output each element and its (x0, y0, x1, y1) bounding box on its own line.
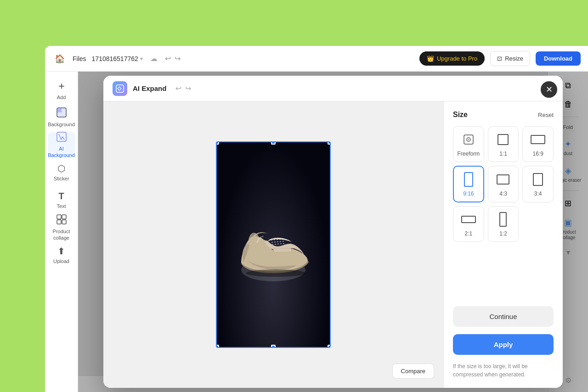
svg-rect-5 (57, 220, 61, 224)
sidebar-item-text[interactable]: T Text (48, 187, 75, 213)
size-title: Size (453, 111, 468, 119)
svg-rect-12 (273, 248, 292, 252)
ai-expand-modal: AI Expand ↩ ↪ ✕ (103, 76, 563, 388)
svg-point-14 (246, 269, 305, 277)
size-option-1-2[interactable]: 1:2 (488, 206, 519, 242)
ai-expand-logo (113, 81, 127, 96)
modal-undo-button[interactable]: ↩ (175, 84, 181, 93)
9-16-label: 9:16 (463, 190, 474, 197)
handle-bottom-right[interactable] (328, 345, 331, 348)
shoe-preview (216, 141, 331, 348)
sidebar-item-sticker[interactable]: ⬡ Sticker (48, 160, 75, 185)
sidebar-item-upload[interactable]: ⬆ Upload (48, 242, 75, 268)
handle-bottom-middle[interactable] (271, 345, 276, 348)
download-button[interactable]: Download (536, 51, 581, 66)
add-icon: ＋ (57, 79, 67, 93)
undo-redo-group: ↩ ↪ (165, 54, 181, 63)
svg-line-11 (272, 243, 286, 245)
continue-button[interactable]: Continue (453, 306, 554, 327)
svg-line-10 (271, 241, 285, 242)
freeform-icon (460, 131, 477, 148)
apply-button[interactable]: Apply (453, 334, 554, 355)
modal-header: AI Expand ↩ ↪ ✕ (103, 76, 563, 101)
4-3-icon (495, 171, 511, 188)
main-layout: ＋ Add Background (45, 72, 588, 392)
3-4-label: 3:4 (534, 190, 542, 197)
undo-button[interactable]: ↩ (165, 54, 171, 63)
crown-icon: 👑 (427, 55, 434, 62)
modal-undo-redo: ↩ ↪ (175, 84, 191, 93)
modal-title: AI Expand (133, 84, 166, 92)
redo-button[interactable]: ↪ (175, 54, 181, 63)
handle-top-left[interactable] (216, 141, 219, 145)
modal-canvas-preview: Compare (103, 101, 443, 388)
handle-bottom-left[interactable] (216, 345, 219, 348)
1-2-icon (495, 211, 511, 228)
size-option-3-4[interactable]: 3:4 (522, 166, 554, 202)
resize-icon: ⊡ (497, 55, 502, 62)
sidebar-item-product-collage[interactable]: Product collage (48, 215, 75, 241)
modal-right-panel: Size Reset (443, 101, 563, 388)
svg-rect-6 (62, 220, 66, 224)
size-header: Size Reset (453, 111, 554, 119)
size-option-9-16[interactable]: 9:16 (453, 166, 484, 202)
4-3-label: 4:3 (499, 190, 507, 197)
left-sidebar: ＋ Add Background (45, 72, 78, 392)
freeform-label: Freeform (457, 151, 480, 157)
modal-redo-button[interactable]: ↪ (185, 84, 191, 93)
compare-button[interactable]: Compare (392, 364, 434, 379)
svg-rect-1 (57, 108, 62, 112)
handle-top-middle[interactable] (271, 141, 276, 145)
modal-body: Compare Size Reset (103, 101, 563, 388)
3-4-icon (530, 171, 546, 188)
1-1-label: 1:1 (499, 151, 507, 157)
svg-rect-2 (57, 132, 66, 141)
1-2-label: 1:2 (499, 230, 507, 237)
size-option-freeform[interactable]: Freeform (453, 126, 484, 162)
svg-point-17 (468, 139, 469, 140)
size-option-4-3[interactable]: 4:3 (488, 166, 519, 202)
reset-link[interactable]: Reset (538, 112, 554, 118)
modal-overlay: AI Expand ↩ ↪ ✕ (78, 72, 588, 392)
ai-background-icon (57, 132, 67, 144)
upgrade-button[interactable]: 👑 Upgrade to Pro (419, 51, 485, 66)
16-9-label: 16:9 (532, 151, 543, 157)
topbar-right: 👑 Upgrade to Pro ⊡ Resize Download (419, 51, 581, 66)
svg-rect-3 (57, 215, 61, 219)
size-option-1-1[interactable]: 1:1 (488, 126, 519, 162)
text-icon: T (58, 191, 64, 202)
close-icon: ✕ (546, 84, 553, 95)
topbar: 🏠 Files 1710816517762 ▾ ☁ ↩ ↪ 👑 Upgrade … (45, 46, 588, 72)
handle-top-right[interactable] (328, 141, 331, 145)
9-16-icon (460, 171, 477, 188)
1-1-icon (495, 131, 511, 148)
background-icon (57, 107, 67, 120)
2-1-label: 2:1 (464, 230, 472, 237)
size-option-16-9[interactable]: 16:9 (522, 126, 554, 162)
size-option-2-1[interactable]: 2:1 (453, 206, 484, 242)
16-9-icon (530, 131, 546, 148)
shoe-image-background (217, 142, 330, 347)
sidebar-item-ai-background[interactable]: AI Background (48, 132, 75, 158)
cloud-icon: ☁ (150, 54, 158, 63)
size-grid: Freeform 1:1 (453, 126, 554, 242)
sidebar-item-add[interactable]: ＋ Add (48, 77, 75, 103)
filename-label: 1710816517762 ▾ (92, 55, 143, 62)
upload-icon: ⬆ (57, 246, 65, 257)
resize-button[interactable]: ⊡ Resize (490, 51, 530, 66)
modal-close-button[interactable]: ✕ (541, 81, 557, 98)
app-window: 🏠 Files 1710816517762 ▾ ☁ ↩ ↪ 👑 Upgrade … (45, 46, 588, 392)
files-label[interactable]: Files (73, 55, 86, 62)
size-note: If the size is too large, it will be com… (453, 362, 554, 379)
svg-rect-4 (62, 215, 66, 219)
product-collage-icon (57, 214, 67, 227)
dropdown-icon[interactable]: ▾ (140, 56, 143, 62)
home-button[interactable]: 🏠 (52, 51, 67, 66)
2-1-icon (460, 211, 477, 228)
sidebar-item-background[interactable]: Background (48, 105, 75, 130)
content-area: Background Background Text Canvas 1/1 19… (78, 72, 588, 392)
sticker-icon: ⬡ (57, 163, 65, 174)
